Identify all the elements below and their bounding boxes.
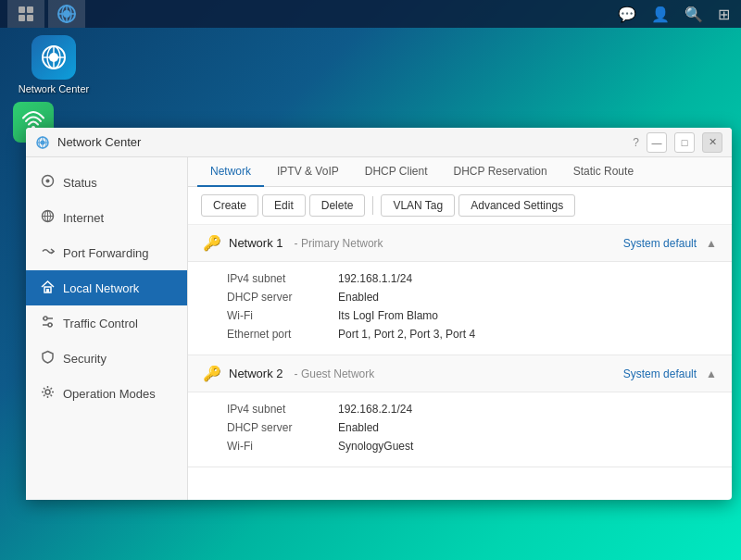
svg-point-21: [45, 180, 49, 183]
sidebar-item-security[interactable]: Security: [26, 341, 187, 376]
network-center-icon-img: [31, 35, 76, 80]
network-1-key-icon: 🔑: [203, 234, 221, 252]
network-1-system-default[interactable]: System default: [623, 237, 697, 250]
globe-icon: [39, 209, 56, 226]
network-2-chevron-icon[interactable]: ▲: [706, 367, 717, 380]
user-icon[interactable]: 👤: [647, 2, 673, 27]
tabs-bar: Network IPTV & VoIP DHCP Client DHCP Res…: [188, 157, 732, 187]
sidebar-label-operation-modes: Operation Modes: [63, 387, 156, 401]
minimize-btn[interactable]: —: [647, 132, 667, 153]
detail-label-ipv4-2: IPv4 subnet: [227, 403, 338, 416]
network-1-detail-wifi: Wi-Fi Its LogI From Blamo: [227, 306, 717, 325]
detail-label-wifi-2: Wi-Fi: [227, 440, 338, 453]
network-2-details: IPv4 subnet 192.168.2.1/24 DHCP server E…: [188, 392, 732, 467]
delete-button[interactable]: Delete: [309, 194, 366, 217]
tab-static-route[interactable]: Static Route: [560, 157, 647, 187]
vlan-tag-button[interactable]: VLAN Tag: [381, 194, 455, 217]
search-icon[interactable]: 🔍: [681, 2, 707, 27]
sliders-icon: [39, 315, 56, 331]
content-area: 🔑 Network 1 - Primary Network System def…: [188, 225, 732, 500]
desktop-icon-label: Network Center: [19, 83, 89, 94]
sidebar-item-status[interactable]: Status: [26, 165, 187, 200]
network-2-subtitle: - Guest Network: [295, 367, 375, 380]
network-2-detail-ipv4: IPv4 subnet 192.168.2.1/24: [227, 400, 717, 418]
detail-label-ethernet-1: Ethernet port: [227, 328, 338, 341]
sidebar-item-traffic-control[interactable]: Traffic Control: [26, 305, 187, 341]
create-button[interactable]: Create: [201, 194, 258, 217]
network-1-detail-ethernet: Ethernet port Port 1, Port 2, Port 3, Po…: [227, 325, 717, 343]
network-1-detail-dhcp: DHCP server Enabled: [227, 288, 717, 306]
desktop: 💬 👤 🔍 ⊞ Network Center: [0, 0, 741, 560]
sidebar-item-operation-modes[interactable]: Operation Modes: [26, 376, 187, 411]
svg-point-32: [45, 390, 50, 394]
sidebar-label-traffic-control: Traffic Control: [63, 317, 138, 330]
layout-icon[interactable]: ⊞: [714, 2, 734, 27]
toolbar: Create Edit Delete VLAN Tag Advanced Set…: [188, 187, 732, 225]
network-1-subtitle: - Primary Network: [295, 237, 383, 250]
network-2-title: Network 2: [229, 367, 283, 380]
tab-network[interactable]: Network: [197, 157, 264, 187]
sidebar: Status Internet: [26, 157, 188, 500]
network-1-section: 🔑 Network 1 - Primary Network System def…: [188, 225, 732, 355]
titlebar-controls: ? — □ ✕: [633, 132, 722, 153]
tab-iptv-voip[interactable]: IPTV & VoIP: [264, 157, 352, 187]
taskbar-app-grid[interactable]: [7, 0, 44, 28]
network-2-key-icon: 🔑: [203, 365, 221, 382]
taskbar-right: 💬 👤 🔍 ⊞: [614, 2, 734, 27]
grid-icon: [18, 6, 34, 22]
network-2-detail-wifi: Wi-Fi SynologyGuest: [227, 437, 717, 455]
sidebar-item-internet[interactable]: Internet: [26, 200, 187, 235]
network-1-detail-ipv4: IPv4 subnet 192.168.1.1/24: [227, 269, 717, 288]
sidebar-label-security: Security: [63, 352, 107, 366]
edit-button[interactable]: Edit: [262, 194, 306, 217]
detail-value-wifi-2: SynologyGuest: [338, 440, 413, 453]
network-2-header[interactable]: 🔑 Network 2 - Guest Network System defau…: [188, 355, 732, 392]
window-title: Network Center: [57, 135, 141, 149]
detail-label-dhcp-2: DHCP server: [227, 421, 338, 434]
network-1-details: IPv4 subnet 192.168.1.1/24 DHCP server E…: [188, 262, 732, 355]
network-2-system-default[interactable]: System default: [623, 367, 697, 380]
detail-value-ethernet-1: Port 1, Port 2, Port 3, Port 4: [338, 328, 475, 341]
svg-rect-27: [46, 289, 49, 292]
network-2-section: 🔑 Network 2 - Guest Network System defau…: [188, 355, 732, 467]
local-network-icon: [41, 280, 55, 293]
main-content: Network IPTV & VoIP DHCP Client DHCP Res…: [188, 157, 732, 500]
help-icon[interactable]: ?: [633, 136, 639, 149]
shield-icon: [39, 350, 56, 367]
tab-dhcp-client[interactable]: DHCP Client: [352, 157, 441, 187]
sidebar-label-status: Status: [63, 176, 97, 190]
operation-icon: [41, 385, 55, 399]
network-1-header[interactable]: 🔑 Network 1 - Primary Network System def…: [188, 225, 732, 262]
network-2-header-left: 🔑 Network 2 - Guest Network: [203, 365, 374, 382]
forward-icon: [39, 244, 56, 261]
sidebar-label-internet: Internet: [63, 211, 104, 225]
detail-value-dhcp-2: Enabled: [338, 421, 379, 434]
detail-label-dhcp-1: DHCP server: [227, 291, 338, 304]
network-1-header-right: System default ▲: [623, 237, 717, 250]
internet-icon: [41, 209, 55, 223]
maximize-btn[interactable]: □: [674, 132, 695, 153]
network-taskbar-icon: [57, 4, 77, 24]
network-2-header-right: System default ▲: [623, 367, 717, 380]
detail-value-ipv4-2: 192.168.2.1/24: [338, 403, 412, 416]
advanced-settings-button[interactable]: Advanced Settings: [458, 194, 575, 217]
svg-rect-1: [27, 6, 33, 13]
taskbar: 💬 👤 🔍 ⊞: [0, 0, 741, 28]
close-btn[interactable]: ✕: [702, 132, 722, 153]
detail-label-ipv4-1: IPv4 subnet: [227, 272, 338, 285]
chat-icon[interactable]: 💬: [614, 2, 640, 27]
network-1-chevron-icon[interactable]: ▲: [706, 237, 717, 250]
toolbar-separator: [372, 196, 373, 215]
sidebar-item-local-network[interactable]: Local Network: [26, 270, 187, 305]
titlebar-left: Network Center: [35, 135, 141, 150]
sidebar-item-port-forwarding[interactable]: Port Forwarding: [26, 235, 187, 270]
taskbar-app-network[interactable]: [48, 0, 85, 28]
circle-icon: [41, 174, 55, 188]
network-1-header-left: 🔑 Network 1 - Primary Network: [203, 234, 383, 252]
network-2-detail-dhcp: DHCP server Enabled: [227, 418, 717, 437]
sidebar-label-local-network: Local Network: [63, 281, 139, 295]
tab-dhcp-reservation[interactable]: DHCP Reservation: [441, 157, 560, 187]
detail-value-wifi-1: Its LogI From Blamo: [338, 309, 438, 322]
desktop-icon-network-center[interactable]: Network Center: [17, 35, 91, 94]
window-body: Status Internet: [26, 157, 732, 500]
